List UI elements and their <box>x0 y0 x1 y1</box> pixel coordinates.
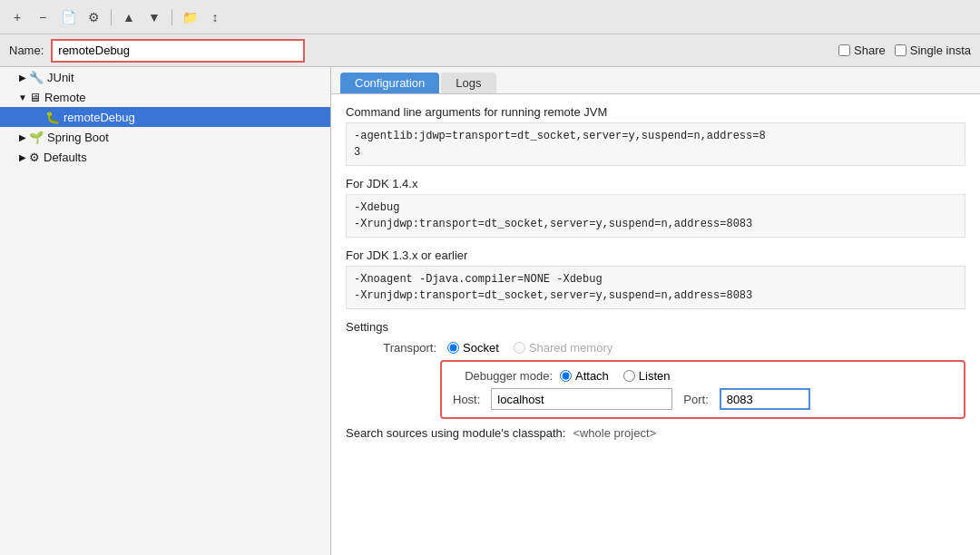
settings-section: Settings Transport: Socket Shared memory <box>346 320 965 440</box>
debugger-mode-label: Debugger mode: <box>453 369 553 383</box>
socket-option[interactable]: Socket <box>447 341 499 355</box>
host-port-group: Debugger mode: Attach Listen <box>440 360 965 419</box>
single-instance-checkbox-label[interactable]: Single insta <box>895 44 971 57</box>
share-checkbox-label[interactable]: Share <box>838 44 886 57</box>
left-panel: ▶ 🔧 JUnit ▼ 🖥 Remote 🐛 remoteDebug ▶ 🌱 S… <box>0 67 331 555</box>
name-row: Name: Share Single insta <box>0 34 980 67</box>
add-button[interactable]: + <box>7 7 27 27</box>
share-checkbox[interactable] <box>838 44 850 56</box>
cmd-args-title: Command line arguments for running remot… <box>346 105 965 119</box>
classpath-value: <whole project> <box>573 426 656 440</box>
separator-2 <box>172 9 172 25</box>
folder-button[interactable]: 📁 <box>180 7 200 27</box>
remote-icon: 🖥 <box>29 91 41 104</box>
shared-memory-radio[interactable] <box>514 342 525 354</box>
tree-item-remotedebug[interactable]: 🐛 remoteDebug <box>0 107 330 127</box>
arrow-defaults: ▶ <box>16 152 29 162</box>
port-input[interactable] <box>720 388 810 410</box>
toolbar: + − 📄 ⚙ ▲ ▼ 📁 ↕ <box>0 0 980 34</box>
cmd-args-value: -agentlib:jdwp=transport=dt_socket,serve… <box>346 122 965 166</box>
remove-button[interactable]: − <box>33 7 53 27</box>
tree-item-remote[interactable]: ▼ 🖥 Remote <box>0 87 330 107</box>
debugger-mode-radio-group: Attach Listen <box>560 369 671 383</box>
settings-button[interactable]: ⚙ <box>83 7 103 27</box>
content-area: Command line arguments for running remot… <box>331 94 980 555</box>
jdk14-value: -Xdebug-Xrunjdwp:transport=dt_socket,ser… <box>346 194 965 238</box>
classpath-label: Search sources using module's classpath: <box>346 426 565 440</box>
tree-item-junit[interactable]: ▶ 🔧 JUnit <box>0 67 330 87</box>
transport-radio-group: Socket Shared memory <box>447 341 612 355</box>
tree-label-remotedebug: remoteDebug <box>64 111 135 124</box>
tree-item-defaults[interactable]: ▶ ⚙ Defaults <box>0 147 330 167</box>
arrow-springboot: ▶ <box>16 132 29 142</box>
host-label: Host: <box>453 393 480 406</box>
tree-item-springboot[interactable]: ▶ 🌱 Spring Boot <box>0 127 330 147</box>
classpath-row: Search sources using module's classpath:… <box>346 426 965 440</box>
socket-radio[interactable] <box>447 342 459 354</box>
shared-memory-label: Shared memory <box>529 341 612 355</box>
attach-radio[interactable] <box>560 370 572 382</box>
host-port-row: Host: Port: <box>453 388 953 410</box>
junit-icon: 🔧 <box>29 71 44 84</box>
single-instance-checkbox[interactable] <box>895 44 906 56</box>
separator-1 <box>111 9 112 25</box>
jdk14-title: For JDK 1.4.x <box>346 177 965 190</box>
port-label: Port: <box>683 393 708 406</box>
tab-logs[interactable]: Logs <box>441 73 495 93</box>
jdk13-value: -Xnoagent -Djava.compiler=NONE -Xdebug-X… <box>346 266 965 309</box>
listen-option[interactable]: Listen <box>623 369 671 383</box>
shared-memory-option[interactable]: Shared memory <box>514 341 612 355</box>
transport-label: Transport: <box>346 341 436 355</box>
tree-label-remote: Remote <box>44 91 86 104</box>
jdk13-title: For JDK 1.3.x or earlier <box>346 248 965 262</box>
arrow-remote: ▼ <box>16 92 29 102</box>
tree-label-junit: JUnit <box>47 71 74 84</box>
defaults-icon: ⚙ <box>29 151 40 164</box>
debug-icon: 🐛 <box>45 111 60 124</box>
tree-label-defaults: Defaults <box>44 151 87 164</box>
name-input[interactable] <box>51 39 305 63</box>
attach-label: Attach <box>575 369 609 383</box>
attach-option[interactable]: Attach <box>560 369 609 383</box>
settings-title: Settings <box>346 320 965 334</box>
up-button[interactable]: ▲ <box>119 7 139 27</box>
socket-label: Socket <box>463 341 499 355</box>
copy-button[interactable]: 📄 <box>58 7 78 27</box>
tab-configuration[interactable]: Configuration <box>340 73 439 93</box>
transport-row: Transport: Socket Shared memory <box>346 341 965 355</box>
tabs-bar: Configuration Logs <box>331 67 980 94</box>
arrow-remotedebug <box>33 112 45 122</box>
tree-label-springboot: Spring Boot <box>47 131 109 144</box>
arrow-junit: ▶ <box>16 73 29 83</box>
host-input[interactable] <box>491 388 672 410</box>
name-label: Name: <box>9 44 44 57</box>
spring-icon: 🌱 <box>29 131 44 144</box>
down-button[interactable]: ▼ <box>144 7 164 27</box>
name-row-right: Share Single insta <box>838 44 971 57</box>
main: ▶ 🔧 JUnit ▼ 🖥 Remote 🐛 remoteDebug ▶ 🌱 S… <box>0 67 980 555</box>
listen-label: Listen <box>639 369 671 383</box>
right-panel: Configuration Logs Command line argument… <box>331 67 980 555</box>
sort-button[interactable]: ↕ <box>205 7 225 27</box>
listen-radio[interactable] <box>623 370 635 382</box>
debugger-mode-row: Debugger mode: Attach Listen <box>453 369 953 383</box>
